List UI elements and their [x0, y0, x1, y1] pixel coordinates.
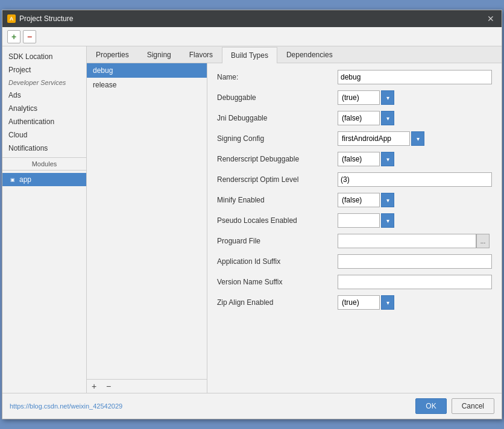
sidebar-item-notifications[interactable]: Notifications: [2, 142, 86, 155]
pseudo-locales-select-wrap: ▾: [338, 213, 394, 228]
version-name-suffix-label: Version Name Suffix: [217, 278, 338, 286]
zip-align-value: (true): [338, 295, 380, 310]
minify-enabled-value: (false): [338, 193, 380, 207]
form-row-renderscript-debuggable: Renderscript Debuggable (false) ▾: [217, 151, 492, 167]
proguard-browse-button[interactable]: ...: [476, 234, 490, 248]
close-button[interactable]: ✕: [485, 13, 497, 24]
jni-debuggable-label: Jni Debuggable: [217, 114, 338, 122]
form-row-app-id-suffix: Application Id Suffix: [217, 254, 492, 269]
sidebar-item-app[interactable]: ▣ app: [2, 173, 86, 186]
form-row-renderscript-optim: Renderscript Optim Level: [217, 172, 492, 187]
name-label: Name:: [217, 73, 338, 81]
form-row-version-name-suffix: Version Name Suffix: [217, 274, 492, 290]
build-list: debug release: [87, 63, 207, 379]
sidebar-item-analytics[interactable]: Analytics: [2, 102, 86, 115]
title-bar-left: A Project Structure: [7, 14, 73, 23]
tab-signing[interactable]: Signing: [138, 46, 180, 63]
form-row-pseudo-locales: Pseudo Locales Enabled ▾: [217, 213, 492, 228]
jni-debuggable-value: (false): [338, 111, 380, 125]
proguard-input[interactable]: [338, 234, 476, 248]
dialog-footer: https://blog.csdn.net/weixin_42542029 OK…: [2, 393, 502, 419]
debuggable-value: (true): [338, 90, 380, 105]
form-panel: Name: Debuggable (true) ▾ Jni Debuggable: [207, 63, 502, 393]
tab-properties[interactable]: Properties: [87, 46, 138, 63]
main-content: SDK Location Project Developer Services …: [2, 46, 502, 393]
sidebar-item-ads[interactable]: Ads: [2, 89, 86, 102]
app-id-suffix-input[interactable]: [338, 254, 492, 269]
tab-build-types[interactable]: Build Types: [222, 47, 277, 63]
renderscript-debuggable-select-wrap: (false) ▾: [338, 152, 394, 166]
form-row-signing-config: Signing Config firstAndroidApp ▾: [217, 131, 492, 146]
sidebar-section-developer-services: Developer Services: [2, 77, 86, 89]
zip-align-dropdown[interactable]: ▾: [381, 295, 394, 310]
build-list-add-button[interactable]: +: [87, 380, 101, 393]
app-id-suffix-label: Application Id Suffix: [217, 257, 338, 266]
version-name-suffix-input[interactable]: [338, 275, 492, 289]
jni-debuggable-select-wrap: (false) ▾: [338, 111, 394, 125]
form-row-debuggable: Debuggable (true) ▾: [217, 90, 492, 105]
debuggable-label: Debuggable: [217, 93, 338, 102]
sidebar-item-sdk-location[interactable]: SDK Location: [2, 50, 86, 63]
renderscript-debuggable-label: Renderscript Debuggable: [217, 155, 338, 163]
tabs-bar: Properties Signing Flavors Build Types D…: [87, 46, 502, 63]
jni-debuggable-dropdown[interactable]: ▾: [381, 111, 394, 125]
tab-dependencies[interactable]: Dependencies: [277, 46, 342, 63]
build-list-remove-button[interactable]: −: [101, 380, 116, 393]
name-input[interactable]: [338, 70, 492, 84]
modules-header: Modules: [2, 157, 86, 171]
app-label: app: [19, 175, 31, 184]
app-icon: A: [7, 14, 16, 23]
zip-align-select-wrap: (true) ▾: [338, 295, 394, 310]
renderscript-debuggable-dropdown[interactable]: ▾: [381, 152, 394, 166]
minify-enabled-label: Minify Enabled: [217, 196, 338, 204]
sidebar: SDK Location Project Developer Services …: [2, 46, 87, 393]
signing-config-label: Signing Config: [217, 134, 338, 143]
debuggable-select-wrap: (true) ▾: [338, 90, 394, 105]
form-row-jni-debuggable: Jni Debuggable (false) ▾: [217, 110, 492, 126]
form-row-proguard: Proguard File ...: [217, 233, 492, 249]
tab-content: debug release + − Name:: [87, 63, 502, 393]
tab-flavors[interactable]: Flavors: [180, 46, 222, 63]
signing-config-value: firstAndroidApp: [338, 131, 410, 146]
renderscript-optim-input[interactable]: [338, 172, 492, 187]
minify-enabled-dropdown[interactable]: ▾: [381, 193, 394, 207]
debuggable-dropdown[interactable]: ▾: [381, 90, 394, 105]
cancel-button[interactable]: Cancel: [452, 398, 494, 414]
build-item-release[interactable]: release: [87, 78, 207, 92]
renderscript-optim-label: Renderscript Optim Level: [217, 175, 338, 184]
signing-config-dropdown[interactable]: ▾: [411, 131, 424, 146]
sidebar-item-project[interactable]: Project: [2, 63, 86, 77]
ok-button[interactable]: OK: [415, 398, 446, 414]
app-module-icon: ▣: [8, 175, 17, 184]
renderscript-debuggable-value: (false): [338, 152, 380, 166]
form-row-name: Name:: [217, 69, 492, 85]
footer-link[interactable]: https://blog.csdn.net/weixin_42542029: [10, 402, 122, 410]
right-panel: Properties Signing Flavors Build Types D…: [87, 46, 502, 393]
toolbar: + −: [2, 27, 502, 46]
zip-align-label: Zip Align Enabled: [217, 298, 338, 307]
title-bar: A Project Structure ✕: [2, 10, 502, 27]
pseudo-locales-value: [338, 213, 380, 228]
pseudo-locales-label: Pseudo Locales Enabled: [217, 216, 338, 225]
signing-config-select-wrap: firstAndroidApp ▾: [338, 131, 424, 146]
sidebar-item-authentication[interactable]: Authentication: [2, 115, 86, 128]
form-row-zip-align: Zip Align Enabled (true) ▾: [217, 295, 492, 310]
list-toolbar: + −: [87, 379, 207, 393]
proguard-label: Proguard File: [217, 237, 338, 245]
build-list-panel: debug release + −: [87, 63, 207, 393]
project-structure-dialog: A Project Structure ✕ + − SDK Location P…: [2, 10, 502, 419]
window-title: Project Structure: [19, 14, 73, 23]
add-button[interactable]: +: [7, 30, 20, 43]
pseudo-locales-dropdown[interactable]: ▾: [381, 213, 394, 228]
minify-enabled-select-wrap: (false) ▾: [338, 193, 394, 207]
form-row-minify-enabled: Minify Enabled (false) ▾: [217, 192, 492, 208]
build-item-debug[interactable]: debug: [87, 63, 207, 78]
sidebar-item-cloud[interactable]: Cloud: [2, 128, 86, 142]
remove-button[interactable]: −: [23, 30, 36, 43]
